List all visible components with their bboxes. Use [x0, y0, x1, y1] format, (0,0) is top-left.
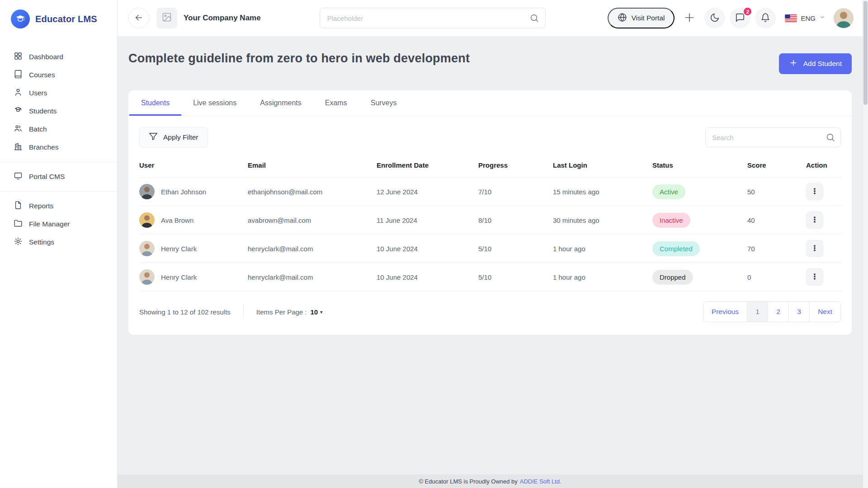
- tab-assignments[interactable]: Assignments: [248, 90, 313, 116]
- filter-icon: [149, 132, 158, 143]
- enrollment-date: 11 June 2024: [377, 206, 478, 235]
- user-icon: [14, 88, 23, 99]
- row-actions-button[interactable]: [806, 183, 823, 200]
- progress-value: 5/10: [478, 263, 553, 291]
- educator-lms-logo-icon: [11, 9, 30, 28]
- building-icon: [14, 142, 23, 153]
- column-header-user: User: [139, 157, 248, 178]
- table-row: Henry Clark henryclark@mail.com 10 June …: [139, 263, 842, 291]
- tab-exams[interactable]: Exams: [313, 90, 359, 116]
- globe-icon: [618, 13, 627, 24]
- sidebar-item-label: Users: [29, 89, 47, 97]
- user-avatar[interactable]: [834, 8, 854, 28]
- visit-portal-button[interactable]: Visit Portal: [608, 8, 675, 28]
- tab-surveys[interactable]: Surveys: [359, 90, 409, 116]
- avatar: [139, 269, 155, 285]
- user-name: Henry Clark: [161, 245, 197, 253]
- items-per-page-select[interactable]: 10▾: [311, 308, 323, 316]
- enrollment-date: 10 June 2024: [377, 263, 478, 291]
- global-search: [320, 8, 546, 28]
- items-per-page-value: 10: [311, 308, 318, 316]
- document-icon: [14, 201, 23, 211]
- bell-icon: [760, 13, 770, 24]
- brand: Educator LMS: [0, 0, 117, 38]
- previous-page-button[interactable]: Previous: [703, 302, 747, 322]
- sidebar-item-label: File Manager: [29, 220, 70, 228]
- dark-mode-button[interactable]: [704, 8, 725, 28]
- footer-link[interactable]: ADDIE Soft Ltd.: [520, 478, 561, 485]
- sidebar-item-label: Branches: [29, 143, 58, 151]
- sidebar-item-branches[interactable]: Branches: [0, 138, 117, 156]
- students-table: User Email Enrollment Date Progress Last…: [139, 157, 842, 291]
- sidebar-item-users[interactable]: Users: [0, 84, 117, 102]
- kebab-menu-icon: [811, 216, 819, 225]
- row-actions-button[interactable]: [806, 240, 823, 257]
- language-selector[interactable]: ENG: [785, 14, 826, 22]
- messages-count-badge: 2: [743, 7, 752, 16]
- kebab-menu-icon: [811, 244, 819, 253]
- table-search: [705, 127, 841, 147]
- sidebar-item-students[interactable]: Students: [0, 102, 117, 120]
- add-quick-button[interactable]: [679, 8, 700, 28]
- sidebar-item-dashboard[interactable]: Dashboard: [0, 48, 117, 66]
- status-badge: Completed: [652, 241, 700, 256]
- column-header-enrollment-date: Enrollment Date: [377, 157, 478, 178]
- status-badge: Active: [652, 184, 685, 199]
- footer-text: © Educator LMS is Proudly Owned by: [419, 478, 517, 485]
- visit-portal-label: Visit Portal: [632, 14, 665, 22]
- page-button-1[interactable]: 1: [747, 302, 768, 322]
- us-flag-icon: [785, 14, 797, 22]
- row-actions-button[interactable]: [806, 211, 823, 229]
- gear-icon: [14, 237, 23, 248]
- sidebar-item-reports[interactable]: Reports: [0, 197, 117, 215]
- scrollbar[interactable]: [863, 0, 868, 488]
- tab-live-sessions[interactable]: Live sessions: [181, 90, 248, 116]
- notifications-button[interactable]: [755, 8, 776, 28]
- user-name: Ava Brown: [161, 216, 193, 224]
- page-button-3[interactable]: 3: [788, 302, 809, 322]
- table-row: Ethan Johnson ethanjohnson@mail.com 12 J…: [139, 178, 842, 206]
- sidebar-item-batch[interactable]: Batch: [0, 120, 117, 138]
- sidebar-item-file-manager[interactable]: File Manager: [0, 215, 117, 233]
- progress-value: 8/10: [478, 206, 553, 235]
- table-search-input[interactable]: [705, 127, 841, 147]
- last-login: 1 hour ago: [553, 235, 652, 263]
- page-button-2[interactable]: 2: [768, 302, 788, 322]
- add-student-button[interactable]: Add Student: [779, 53, 852, 74]
- table-toolbar: Apply Filter: [128, 116, 852, 157]
- avatar: [139, 212, 155, 228]
- scrollbar-thumb[interactable]: [863, 1, 868, 105]
- avatar: [139, 184, 155, 199]
- sidebar-item-label: Batch: [29, 125, 47, 133]
- global-search-input[interactable]: [320, 8, 546, 28]
- kebab-menu-icon: [811, 187, 819, 197]
- sidebar-item-settings[interactable]: Settings: [0, 233, 117, 251]
- arrow-left-icon: [134, 13, 144, 24]
- last-login: 1 hour ago: [553, 263, 652, 291]
- sidebar-divider: [0, 162, 117, 162]
- status-badge: Dropped: [652, 270, 693, 285]
- table-header-row: User Email Enrollment Date Progress Last…: [139, 157, 842, 178]
- pagination: Previous 1 2 3 Next: [703, 301, 841, 322]
- avatar: [139, 241, 155, 256]
- row-actions-button[interactable]: [806, 268, 823, 286]
- sidebar-item-portal-cms[interactable]: Portal CMS: [0, 168, 117, 186]
- next-page-button[interactable]: Next: [809, 302, 840, 322]
- sidebar-item-label: Portal CMS: [29, 173, 65, 181]
- plus-icon: [789, 58, 798, 69]
- progress-value: 5/10: [478, 235, 553, 263]
- sidebar-item-label: Courses: [29, 71, 55, 79]
- user-email: henryclark@mail.com: [248, 263, 377, 291]
- sidebar-item-courses[interactable]: Courses: [0, 66, 117, 84]
- column-header-email: Email: [248, 157, 377, 178]
- column-header-score: Score: [747, 157, 806, 178]
- items-per-page: Items Per Page : 10▾: [256, 308, 322, 316]
- apply-filter-button[interactable]: Apply Filter: [139, 127, 208, 148]
- user-email: ethanjohnson@mail.com: [248, 178, 377, 206]
- tab-students[interactable]: Students: [129, 90, 181, 116]
- messages-button[interactable]: 2: [730, 8, 750, 28]
- brand-name: Educator LMS: [35, 14, 97, 24]
- search-icon: [529, 13, 539, 25]
- back-button[interactable]: [128, 8, 149, 28]
- enrollment-date: 10 June 2024: [377, 235, 478, 263]
